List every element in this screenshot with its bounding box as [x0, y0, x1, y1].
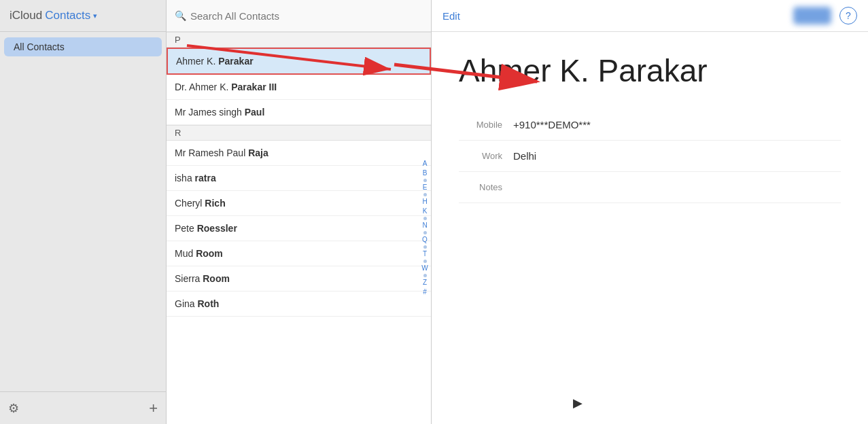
contact-name-display: Ahmer K. Parakar	[459, 52, 841, 89]
list-item[interactable]: Sierra Room	[167, 266, 431, 292]
detail-panel: Edit ? Ahmer K. Parakar Mobile +910***DE…	[432, 0, 868, 424]
icloud-label: iCloud	[10, 9, 42, 22]
chevron-down-icon[interactable]: ▾	[93, 12, 97, 20]
search-bar: 🔍	[167, 0, 431, 32]
help-button[interactable]: ?	[839, 7, 857, 24]
alpha-dot	[423, 193, 427, 196]
alpha-w[interactable]: W	[421, 264, 428, 272]
contact-last-name: Rich	[205, 198, 225, 209]
detail-header: Edit ?	[432, 0, 868, 32]
list-item[interactable]: Ahmer K. Parakar	[167, 48, 431, 75]
contact-first-name: Cheryl	[175, 198, 205, 209]
alpha-dot	[423, 231, 427, 234]
alpha-a[interactable]: A	[423, 160, 428, 168]
search-icon: 🔍	[175, 10, 186, 21]
sidebar-header: iCloud Contacts ▾	[0, 0, 166, 32]
contact-first-name: Mr James singh	[175, 107, 245, 118]
alpha-n[interactable]: N	[422, 222, 427, 230]
contact-first-name: Ahmer K.	[176, 56, 218, 67]
alpha-k[interactable]: K	[423, 207, 428, 215]
alpha-z[interactable]: Z	[423, 279, 427, 287]
sidebar-footer: ⚙ +	[0, 391, 166, 424]
alpha-hash[interactable]: #	[423, 288, 427, 296]
alpha-dot	[423, 274, 427, 277]
alpha-t[interactable]: T	[423, 250, 427, 258]
contact-last-name: Raja	[248, 147, 268, 158]
field-row-notes: Notes	[459, 172, 841, 203]
field-value-work: Delhi	[513, 150, 841, 162]
list-item[interactable]: Dr. Ahmer K. Parakar III	[167, 75, 431, 100]
alpha-dot	[423, 179, 427, 182]
sidebar: iCloud Contacts ▾ All Contacts ⚙ +	[0, 0, 167, 424]
contact-list-panel: 🔍 P Ahmer K. Parakar Dr. Ahmer K. Paraka…	[167, 0, 432, 424]
add-contact-icon[interactable]: +	[149, 400, 158, 417]
contact-first-name: Sierra	[175, 273, 203, 284]
contact-last-name: ratra	[195, 173, 216, 183]
edit-button[interactable]: Edit	[442, 10, 460, 22]
list-item[interactable]: Pete Roessler	[167, 216, 431, 241]
list-item[interactable]: Mr James singh Paul	[167, 100, 431, 125]
sidebar-nav: All Contacts	[0, 32, 166, 391]
list-item[interactable]: Cheryl Rich	[167, 191, 431, 216]
contact-last-name: Room	[203, 273, 230, 284]
contact-first-name: isha	[175, 173, 195, 183]
list-item[interactable]: isha ratra	[167, 166, 431, 191]
contact-first-name: Gina	[175, 298, 197, 309]
detail-header-right: ?	[793, 7, 857, 24]
alpha-b[interactable]: B	[423, 169, 428, 177]
contact-first-name: Mud	[175, 248, 196, 259]
section-header-p: P	[167, 32, 431, 48]
contact-first-name: Dr. Ahmer K.	[175, 82, 231, 92]
blurred-action-button[interactable]	[793, 7, 831, 24]
detail-content: Ahmer K. Parakar Mobile +910***DEMO*** W…	[432, 32, 868, 424]
section-header-r: R	[167, 125, 431, 141]
list-item[interactable]: Mud Room	[167, 241, 431, 266]
field-label-work: Work	[459, 151, 513, 161]
field-value-mobile: +910***DEMO***	[513, 119, 841, 130]
alpha-dot	[423, 217, 427, 220]
alpha-dot	[423, 245, 427, 249]
contact-last-name: Paul	[245, 107, 265, 118]
contacts-label[interactable]: Contacts	[45, 9, 90, 22]
contact-last-name: Parakar	[218, 56, 253, 67]
app-container: iCloud Contacts ▾ All Contacts ⚙ + 🔍 P A…	[0, 0, 868, 424]
alpha-dot	[423, 260, 427, 263]
contact-last-name: Roessler	[197, 223, 237, 234]
alpha-h[interactable]: H	[422, 198, 427, 206]
contact-last-name: Parakar III	[231, 82, 277, 92]
alpha-e[interactable]: E	[423, 183, 428, 192]
field-label-mobile: Mobile	[459, 120, 513, 130]
settings-icon[interactable]: ⚙	[8, 401, 19, 416]
icloud-logo: iCloud Contacts ▾	[10, 9, 97, 22]
list-item[interactable]: Gina Roth	[167, 292, 431, 317]
cursor: ▶	[573, 395, 583, 410]
field-label-notes: Notes	[459, 182, 513, 192]
contact-last-name: Room	[196, 248, 223, 259]
search-input[interactable]	[190, 10, 423, 22]
contact-first-name: Mr Ramesh Paul	[175, 147, 248, 158]
alphabet-index[interactable]: A B E H K N Q T W Z #	[419, 32, 431, 424]
field-row-mobile: Mobile +910***DEMO***	[459, 109, 841, 141]
field-row-work: Work Delhi	[459, 141, 841, 172]
contact-last-name: Roth	[197, 298, 219, 309]
contact-list: P Ahmer K. Parakar Dr. Ahmer K. Parakar …	[167, 32, 431, 424]
sidebar-item-all-contacts[interactable]: All Contacts	[4, 37, 162, 56]
contact-first-name: Pete	[175, 223, 197, 234]
alpha-q[interactable]: Q	[422, 236, 428, 244]
list-item[interactable]: Mr Ramesh Paul Raja	[167, 141, 431, 166]
